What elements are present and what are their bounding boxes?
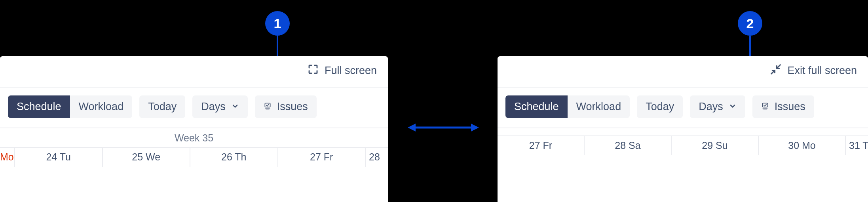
timeline: Week 35 Mo24 Tu25 We26 Th27 Fr28 — [0, 128, 388, 202]
annotation-badge: 2 — [738, 11, 762, 36]
day-cell[interactable]: Mo — [0, 148, 15, 167]
chevron-down-icon — [729, 101, 737, 113]
button-label: Days — [699, 101, 723, 113]
chevron-down-icon — [231, 101, 239, 113]
tab-workload[interactable]: Workload — [70, 95, 133, 118]
panel-exit-fullscreen: Exit full screen Schedule Workload Today… — [498, 56, 868, 202]
annotation-badge: 1 — [265, 11, 290, 36]
tab-label: Workload — [79, 101, 124, 113]
button-label: Issues — [775, 101, 805, 113]
panel-header: Full screen — [0, 56, 388, 87]
days-row: 27 Fr28 Sa29 Su30 Mo31 T — [498, 136, 868, 155]
day-cell[interactable]: 28 Sa — [585, 136, 672, 155]
day-cell[interactable]: 27 Fr — [498, 136, 585, 155]
exit-full-screen-button[interactable]: Exit full screen — [770, 63, 857, 78]
issues-button[interactable]: Issues — [255, 95, 317, 118]
tab-label: Workload — [576, 101, 621, 113]
svg-marker-2 — [471, 124, 479, 131]
days-dropdown[interactable]: Days — [192, 95, 248, 118]
tab-schedule[interactable]: Schedule — [505, 95, 568, 118]
toolbar: Schedule Workload Today Days Issues — [0, 88, 388, 128]
expand-icon — [307, 63, 319, 78]
days-dropdown[interactable]: Days — [690, 95, 745, 118]
button-label: Days — [201, 101, 226, 113]
week-label — [498, 128, 868, 136]
panel-enter-fullscreen: Full screen Schedule Workload Today Days — [0, 56, 388, 202]
tab-workload[interactable]: Workload — [568, 95, 630, 118]
day-cell[interactable]: 26 Th — [190, 148, 278, 167]
svg-rect-8 — [762, 103, 767, 107]
annotation-number: 1 — [274, 16, 281, 31]
week-label: Week 35 — [0, 128, 388, 148]
today-button[interactable]: Today — [139, 95, 185, 118]
button-label: Today — [148, 101, 177, 113]
toolbar: Schedule Workload Today Days Issues — [498, 88, 868, 128]
full-screen-button[interactable]: Full screen — [307, 63, 377, 78]
day-cell[interactable]: 27 Fr — [278, 148, 366, 167]
button-label: Today — [646, 101, 674, 113]
day-cell[interactable]: 29 Su — [672, 136, 759, 155]
day-cell[interactable]: 31 T — [846, 136, 868, 155]
view-tabs: Schedule Workload — [505, 95, 630, 118]
view-tabs: Schedule Workload — [8, 95, 132, 118]
collapse-icon — [770, 63, 782, 78]
full-screen-label: Full screen — [325, 65, 377, 77]
panel-header: Exit full screen — [498, 56, 868, 87]
day-cell[interactable]: 28 — [366, 148, 388, 167]
button-label: Issues — [277, 101, 308, 113]
timeline: 27 Fr28 Sa29 Su30 Mo31 T — [498, 128, 868, 202]
tab-schedule[interactable]: Schedule — [8, 95, 70, 118]
days-row: Mo24 Tu25 We26 Th27 Fr28 — [0, 148, 388, 167]
annotation-number: 2 — [746, 16, 754, 31]
today-button[interactable]: Today — [637, 95, 683, 118]
bidirectional-arrow-icon — [408, 120, 479, 135]
day-cell[interactable]: 24 Tu — [15, 148, 103, 167]
svg-rect-3 — [265, 103, 270, 107]
tab-label: Schedule — [17, 101, 61, 113]
exit-full-screen-label: Exit full screen — [787, 65, 857, 77]
issues-icon — [761, 101, 769, 113]
tab-label: Schedule — [514, 101, 559, 113]
day-cell[interactable]: 25 We — [103, 148, 191, 167]
day-cell[interactable]: 30 Mo — [759, 136, 846, 155]
issues-icon — [264, 101, 272, 113]
svg-marker-1 — [408, 124, 416, 131]
issues-button[interactable]: Issues — [752, 95, 814, 118]
